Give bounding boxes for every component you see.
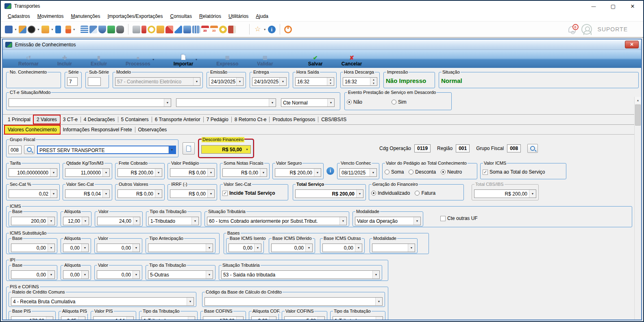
tab-containers[interactable]: 5 Containers [118, 115, 152, 124]
radio-fatura[interactable] [415, 191, 420, 196]
dropdown-arrow-icon[interactable] [207, 190, 214, 198]
desconto-financeiro-combo[interactable]: R$ 50,00 [201, 145, 251, 154]
total-servico-combo[interactable]: R$ 200,00 [295, 189, 363, 198]
valor-pedagio-combo[interactable]: R$ 0,00 [170, 168, 215, 177]
radio-neutro[interactable] [441, 170, 446, 174]
tires-icon[interactable] [28, 26, 35, 33]
cte-tipo-combo[interactable]: Cte Normal [281, 98, 335, 107]
calculator-icon[interactable] [192, 26, 200, 33]
fleet-menu-arrow-icon[interactable] [51, 28, 54, 31]
excluir-button[interactable]: ▮Excluir [91, 54, 107, 67]
radio-nao[interactable] [347, 100, 352, 104]
dropdown-arrow-icon[interactable] [155, 169, 162, 176]
serie-input[interactable]: 7 [67, 77, 78, 86]
icms-tipo-tributacao-combo[interactable]: 1-Tributado [148, 217, 199, 225]
total-cbs-ibs-combo[interactable]: R$ 200,00 [474, 189, 536, 198]
vertical-scrollbar[interactable] [634, 97, 641, 320]
expresso-button[interactable]: ≣Expresso [216, 54, 238, 67]
partners-icon[interactable] [19, 26, 26, 33]
salvar-button[interactable]: ✔Salvar [308, 54, 323, 67]
tools-icon[interactable] [141, 26, 146, 33]
dropdown-arrow-icon[interactable] [187, 298, 194, 305]
icms-valor-combo[interactable]: 24,00 [97, 217, 140, 225]
dropdown-arrow-icon[interactable] [206, 244, 213, 252]
tipo-tributacao-cofins-combo[interactable]: 1-Tributado [333, 316, 383, 320]
valor-cofins-combo[interactable]: 5,28 [284, 316, 325, 320]
radio-sim[interactable] [392, 100, 396, 104]
fuel-station-icon[interactable] [107, 26, 115, 33]
tab-cbs-ibs-is[interactable]: CBS/IBS/IS [318, 115, 349, 124]
base-pis-combo[interactable]: 176,00 [11, 316, 53, 320]
aliquota-cofins-combo[interactable]: 3,00 [251, 316, 276, 320]
radio-soma[interactable] [385, 170, 389, 174]
modelo-combo[interactable]: 57 - Conhecimento Eletrônico [115, 77, 200, 86]
tab-pedagio[interactable]: 7 Pedágio [204, 115, 231, 124]
icms-modalidade-combo[interactable]: Valor da Operação [355, 217, 421, 225]
ipi-aliquota-combo[interactable]: 0,00 [63, 270, 89, 279]
dropdown-arrow-icon[interactable] [155, 190, 162, 198]
ipi-tipo-tributacao-combo[interactable]: 5-Outras [148, 270, 213, 279]
grupo-fiscal-ref-search-button[interactable] [527, 144, 538, 153]
dropdown-arrow-icon[interactable] [193, 78, 200, 85]
dropdown-arrow-icon[interactable] [133, 244, 139, 252]
processos-button[interactable]: ●Processos [126, 54, 150, 67]
retornar-button[interactable]: ↺Retornar [18, 54, 39, 67]
dropdown-arrow-icon[interactable] [133, 217, 140, 225]
copy-document-button[interactable] [183, 142, 195, 154]
dropdown-arrow-icon[interactable] [370, 169, 376, 176]
dropdown-arrow-icon[interactable] [81, 244, 88, 252]
dropdown-arrow-icon[interactable] [126, 317, 133, 320]
notifications-bell-icon[interactable]: 0 [568, 26, 576, 33]
subtab-observacoes[interactable]: Observações [135, 126, 170, 134]
menu-ajuda[interactable]: Ajuda [252, 12, 272, 20]
checklist-icon[interactable] [133, 26, 140, 33]
bus-icon[interactable] [157, 26, 164, 33]
menu-importacoes-exportacoes[interactable]: Importações/Exportações [104, 12, 166, 20]
spin-up-icon[interactable] [327, 78, 334, 82]
dropdown-arrow-icon[interactable] [327, 99, 334, 107]
processos-dropdown-arrow-icon[interactable] [152, 58, 155, 67]
soma-notas-fiscais-combo[interactable]: R$ 0,00 [222, 168, 267, 177]
dropdown-arrow-icon[interactable] [48, 271, 54, 278]
dropdown-arrow-icon[interactable] [81, 271, 88, 278]
tab-principal[interactable]: 1 Principal [5, 115, 33, 124]
power-icon[interactable] [284, 26, 292, 33]
icms-sub-valor-combo[interactable]: 0,00 [97, 244, 140, 252]
dropdown-arrow-icon[interactable] [46, 317, 53, 320]
dropdown-arrow-icon[interactable] [48, 244, 54, 252]
radio-individualizado[interactable] [371, 191, 376, 196]
tasks-menu-arrow-icon[interactable] [73, 28, 76, 31]
icms-sub-base-combo[interactable]: 0,00 [11, 244, 55, 252]
dropdown-arrow-icon[interactable] [236, 317, 243, 320]
dropdown-arrow-icon[interactable] [82, 217, 89, 225]
search-binoculars-icon[interactable] [116, 26, 124, 33]
dropdown-arrow-icon[interactable] [244, 146, 250, 153]
tab-retorno-cte[interactable]: 8 Retorno Ct-e [232, 115, 270, 124]
dropdown-arrow-icon[interactable] [78, 317, 85, 320]
menu-consultas[interactable]: Consultas [167, 12, 196, 20]
list-icon[interactable] [80, 26, 88, 33]
dropdown-arrow-icon[interactable] [102, 190, 109, 198]
dropdown-arrow-icon[interactable] [355, 244, 362, 252]
tarifa-combo[interactable]: 100,00000000 [9, 168, 57, 177]
tasks-icon[interactable] [65, 26, 71, 33]
validar-button[interactable]: ⊞Validar [257, 54, 273, 67]
info-icon[interactable] [268, 26, 276, 33]
dropdown-arrow-icon[interactable] [305, 244, 312, 252]
outros-valores-combo[interactable]: R$ 0,00 [117, 189, 162, 198]
base-cofins-combo[interactable]: 176,00 [203, 316, 244, 320]
emissao-combo[interactable]: 24/10/2025 [209, 77, 244, 86]
base-icms-isento-combo[interactable]: 0,00 [228, 244, 261, 252]
ipi-situacao-tributaria-combo[interactable]: 53 - Saida não tributada [221, 270, 380, 279]
soma-total-servico-checkbox[interactable] [483, 170, 488, 175]
dropdown-arrow-icon[interactable] [372, 271, 379, 278]
scroll-up-icon[interactable] [635, 97, 641, 104]
tipo-tributacao-pis-combo[interactable]: 1-Tributado [141, 316, 195, 320]
dropdown-arrow-icon[interactable] [48, 217, 54, 225]
valor-sec-cat-combo[interactable]: R$ 0,04 [65, 189, 110, 198]
terminal-access-icon[interactable] [89, 26, 97, 33]
valor-seguro-combo[interactable]: R$ 200,00 [275, 168, 321, 177]
fleet-icon[interactable] [41, 26, 49, 33]
spin-up-icon[interactable] [370, 78, 377, 82]
frete-cobrado-combo[interactable]: R$ 200,00 [117, 168, 162, 177]
